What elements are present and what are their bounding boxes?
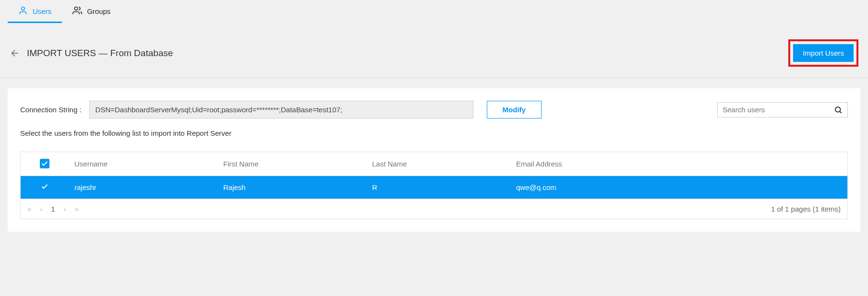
select-all-checkbox[interactable] [40, 159, 49, 168]
row-checkbox[interactable] [41, 183, 48, 190]
users-table: Username First Name Last Name Email Addr… [20, 152, 848, 219]
cell-username: rajeshr [69, 176, 217, 199]
pager: « ‹ 1 › » 1 of 1 pages (1 items) [21, 199, 847, 219]
page-header: IMPORT USERS — From Database Import User… [0, 23, 868, 78]
connection-string-input [89, 101, 473, 118]
svg-point-1 [74, 7, 78, 11]
pager-first-icon[interactable]: « [27, 205, 31, 213]
user-icon [18, 6, 28, 17]
tab-groups[interactable]: Groups [62, 0, 121, 23]
cell-email: qwe@q.com [510, 176, 847, 199]
search-box[interactable] [717, 102, 848, 118]
table-header-row: Username First Name Last Name Email Addr… [21, 152, 847, 176]
col-username[interactable]: Username [69, 152, 217, 176]
import-button-highlight: Import Users [788, 39, 858, 67]
cell-last-name: R [366, 176, 510, 199]
tab-groups-label: Groups [87, 7, 110, 15]
page-title: IMPORT USERS — From Database [27, 48, 173, 59]
users-icon [72, 6, 82, 17]
instruction-text: Select the users from the following list… [20, 129, 848, 137]
back-arrow-icon[interactable] [10, 48, 20, 59]
svg-point-0 [22, 7, 25, 11]
import-users-button[interactable]: Import Users [793, 44, 854, 62]
pager-current: 1 [51, 205, 55, 213]
col-first-name[interactable]: First Name [217, 152, 366, 176]
tab-users[interactable]: Users [8, 0, 62, 23]
tab-users-label: Users [33, 7, 51, 15]
main-panel: Connection String : Modify Select the us… [8, 88, 860, 232]
connection-string-label: Connection String : [20, 106, 82, 114]
search-input[interactable] [723, 106, 834, 114]
pager-next-icon[interactable]: › [64, 205, 66, 213]
svg-point-3 [835, 107, 841, 112]
svg-line-4 [840, 111, 841, 113]
table-row[interactable]: rajeshr Rajesh R qwe@q.com [21, 176, 847, 199]
tabs: Users Groups [0, 0, 868, 23]
modify-button[interactable]: Modify [487, 101, 542, 118]
cell-first-name: Rajesh [217, 176, 366, 199]
search-icon[interactable] [834, 106, 843, 114]
pager-last-icon[interactable]: » [75, 205, 79, 213]
col-last-name[interactable]: Last Name [366, 152, 510, 176]
col-email[interactable]: Email Address [510, 152, 847, 176]
pager-info: 1 of 1 pages (1 items) [771, 205, 841, 213]
pager-prev-icon[interactable]: ‹ [40, 205, 42, 213]
